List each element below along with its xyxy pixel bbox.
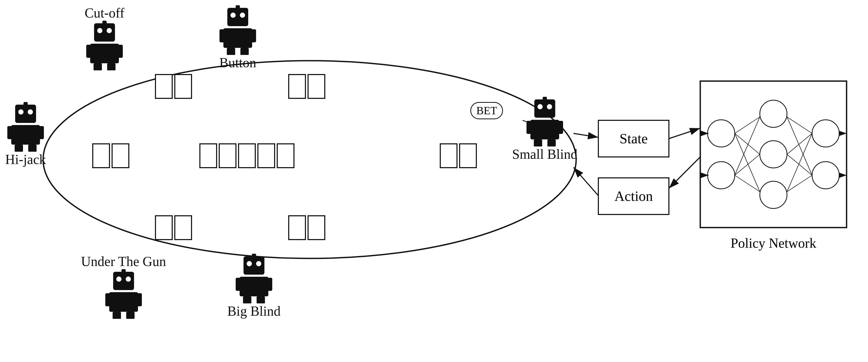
card-1 (440, 143, 458, 168)
svg-rect-39 (86, 45, 93, 58)
smallblind-label: Small Blind (512, 146, 578, 162)
state-box: State (598, 120, 669, 157)
hijack-robot-icon (5, 102, 46, 152)
svg-point-13 (760, 100, 787, 128)
svg-point-17 (812, 162, 839, 189)
svg-rect-75 (105, 293, 112, 306)
card-1 (199, 143, 217, 168)
svg-line-18 (735, 117, 760, 133)
svg-point-46 (240, 12, 245, 18)
svg-rect-87 (256, 296, 265, 303)
cutoff-label: Cut-off (85, 5, 124, 21)
button-player: Button (217, 5, 259, 71)
svg-rect-56 (11, 125, 40, 145)
cutoff-player: Cut-off (84, 5, 125, 71)
underthegun-player: Under The Gun (81, 254, 166, 319)
svg-rect-76 (135, 293, 142, 306)
svg-rect-47 (223, 28, 252, 48)
svg-rect-58 (37, 126, 44, 139)
svg-line-7 (574, 167, 598, 196)
svg-rect-61 (534, 100, 555, 118)
svg-point-81 (247, 261, 252, 266)
svg-point-64 (547, 104, 552, 109)
smallblind-robot-icon (524, 97, 566, 146)
card-5 (277, 143, 294, 168)
bigblind-player: Big Blind (227, 254, 281, 319)
card-2 (174, 74, 192, 99)
svg-line-27 (787, 117, 812, 175)
svg-rect-86 (243, 296, 251, 303)
svg-point-15 (760, 181, 787, 208)
svg-line-29 (787, 175, 812, 192)
svg-rect-85 (266, 278, 272, 291)
card-2 (112, 143, 129, 168)
svg-rect-74 (109, 292, 138, 312)
bigblind-label: Big Blind (227, 303, 281, 319)
svg-rect-71 (122, 269, 126, 274)
svg-line-23 (735, 175, 760, 192)
cutoff-cards (154, 73, 193, 100)
button-cards (287, 73, 326, 100)
svg-line-20 (735, 133, 760, 192)
card-2 (219, 143, 237, 168)
svg-line-25 (787, 133, 812, 154)
card-2 (308, 74, 325, 99)
card-2 (308, 215, 325, 240)
svg-point-14 (760, 141, 787, 168)
svg-rect-44 (236, 5, 240, 10)
svg-rect-84 (236, 278, 242, 291)
svg-line-26 (787, 133, 812, 192)
card-1 (288, 215, 306, 240)
svg-rect-38 (90, 44, 119, 63)
svg-rect-49 (250, 29, 256, 43)
svg-line-5 (669, 157, 700, 188)
svg-point-37 (106, 28, 112, 33)
svg-rect-79 (244, 256, 265, 275)
card-2 (174, 215, 192, 240)
main-container: Cut-off (0, 0, 868, 362)
svg-point-54 (18, 109, 24, 115)
svg-point-12 (708, 162, 735, 189)
svg-line-28 (787, 154, 812, 175)
underthegun-cards (154, 215, 193, 241)
svg-rect-52 (15, 105, 36, 123)
svg-point-63 (537, 104, 543, 109)
svg-rect-65 (530, 120, 559, 139)
underthegun-label: Under The Gun (81, 254, 166, 269)
svg-point-45 (230, 12, 236, 18)
cutoff-robot-icon (84, 21, 125, 71)
bet-bubble: BET (470, 102, 503, 119)
svg-rect-70 (113, 272, 134, 290)
card-3 (238, 143, 256, 168)
svg-point-36 (97, 28, 102, 33)
svg-rect-34 (94, 23, 115, 41)
hijack-player: Hi-jack (5, 102, 46, 167)
policy-network-label: Policy Network (700, 235, 846, 251)
svg-rect-57 (7, 126, 14, 139)
bigblind-cards (287, 215, 326, 241)
card-4 (257, 143, 275, 168)
button-label: Button (219, 55, 256, 71)
svg-rect-40 (116, 45, 123, 58)
svg-point-73 (126, 276, 131, 282)
card-1 (92, 143, 110, 168)
svg-point-55 (28, 109, 33, 115)
svg-point-16 (812, 120, 839, 147)
svg-rect-3 (700, 81, 846, 228)
svg-line-19 (735, 133, 760, 154)
svg-rect-48 (219, 29, 226, 43)
smallblind-cards (439, 143, 477, 169)
svg-line-21 (735, 117, 760, 175)
svg-rect-62 (543, 97, 547, 102)
card-1 (288, 74, 306, 99)
card-2 (459, 143, 477, 168)
svg-rect-66 (527, 121, 533, 134)
hijack-cards (91, 143, 130, 169)
hijack-label: Hi-jack (5, 152, 46, 167)
svg-rect-83 (240, 277, 268, 296)
svg-rect-68 (534, 139, 542, 146)
svg-rect-50 (227, 48, 235, 55)
svg-rect-80 (252, 254, 256, 258)
svg-line-22 (735, 154, 760, 175)
smallblind-player: BET Small Blind (512, 97, 578, 162)
